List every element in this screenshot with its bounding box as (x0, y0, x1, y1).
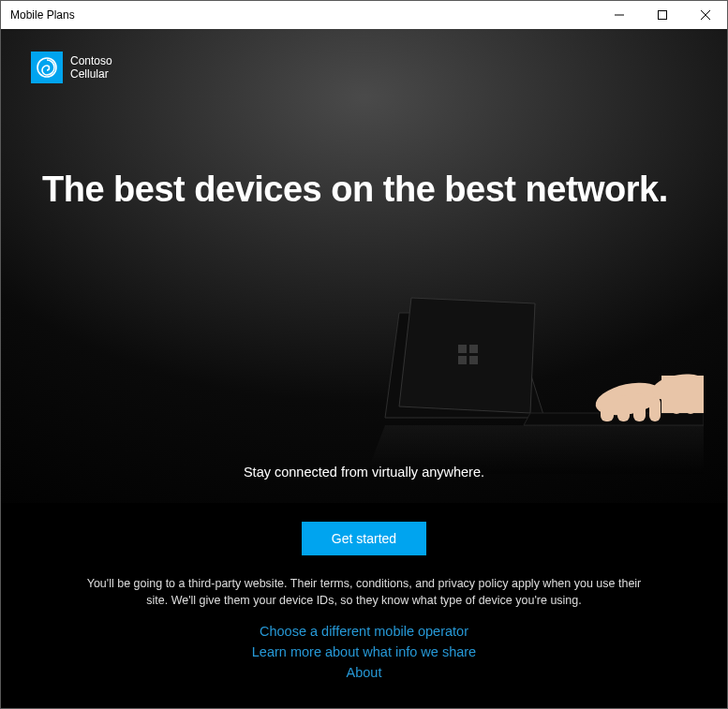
svg-rect-17 (633, 393, 646, 421)
device-illustration (348, 287, 704, 455)
app-window: Mobile Plans Contoso Cellular (0, 0, 728, 709)
hero-headline: The best devices on the best network. (42, 170, 668, 210)
minimize-button[interactable] (598, 1, 641, 29)
close-icon (701, 10, 710, 20)
brand-name: Contoso Cellular (70, 54, 112, 81)
disclaimer-text: You'll be going to a third-party website… (83, 576, 646, 609)
footer-links: Choose a different mobile operator Learn… (38, 624, 690, 680)
window-title: Mobile Plans (10, 8, 75, 22)
svg-rect-15 (601, 399, 614, 421)
brand-logo (31, 52, 63, 83)
svg-point-4 (37, 58, 56, 77)
brand-lockup: Contoso Cellular (31, 52, 112, 83)
svg-rect-7 (458, 345, 467, 353)
bottom-section: Get started You'll be going to a third-p… (1, 503, 727, 708)
hero-subheadline: Stay connected from virtually anywhere. (1, 465, 727, 480)
swirl-icon (36, 56, 58, 79)
svg-rect-9 (458, 356, 467, 364)
minimize-icon (615, 10, 624, 20)
about-link[interactable]: About (38, 665, 690, 680)
svg-rect-1 (659, 11, 667, 20)
brand-name-line2: Cellular (70, 67, 112, 81)
close-button[interactable] (684, 1, 727, 29)
window-controls (598, 1, 727, 29)
brand-name-line1: Contoso (70, 54, 112, 67)
svg-rect-16 (617, 395, 630, 421)
svg-rect-10 (469, 356, 478, 364)
svg-rect-8 (469, 345, 478, 353)
titlebar: Mobile Plans (1, 1, 727, 29)
maximize-icon (658, 10, 667, 20)
svg-rect-21 (661, 376, 704, 413)
svg-rect-18 (649, 397, 661, 421)
learn-more-link[interactable]: Learn more about what info we share (38, 644, 690, 659)
content-area: Contoso Cellular The best devices on the… (1, 29, 727, 708)
subheadline-area: Stay connected from virtually anywhere. (1, 465, 727, 500)
laptop-icon (348, 287, 704, 474)
svg-marker-6 (399, 298, 535, 413)
get-started-button[interactable]: Get started (302, 522, 426, 555)
maximize-button[interactable] (641, 1, 684, 29)
choose-operator-link[interactable]: Choose a different mobile operator (38, 624, 690, 639)
